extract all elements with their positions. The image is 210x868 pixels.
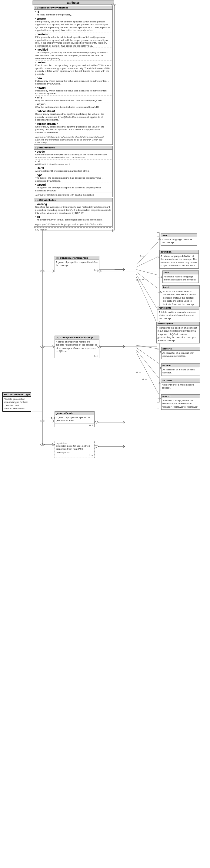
name-label-box: name A natural language name for the con… [160, 233, 197, 246]
prop-xmllang: · xmllang Specifies the language of this… [35, 202, 112, 215]
related-label-box: related A related concept, where the rel… [161, 394, 200, 410]
svg-line-11 [137, 274, 157, 310]
ConceptDefinitionGroup-multiplicity: 0..∞ [55, 268, 99, 272]
svg-line-9 [137, 270, 157, 275]
any-other-desc: Extension point for user-defined propert… [56, 444, 93, 454]
geoAreaDetails-box: geoAreaDetails A group of properties spe… [55, 411, 94, 427]
prop-why: · why Why the metadata has been included… [35, 96, 112, 103]
narrower-label-box: narrower An identifier of a more specifi… [160, 379, 200, 391]
prop-type: · type The type of the concept assigned … [35, 173, 112, 183]
svg-text:0..∞: 0..∞ [137, 371, 141, 374]
ConceptDefinitionGroup-header: grp ConceptDefinitionGroup [55, 256, 99, 260]
ConceptRelationshipsGroup-box: grp ConceptRelationshipsGroup A group of… [55, 336, 99, 358]
ConceptDefinitionGroup-body: A group of properties required to define… [55, 260, 99, 268]
ConceptDefinitionGroup-box: grp ConceptDefinitionGroup A group of pr… [55, 256, 99, 272]
prop-uri: · uri A URI which identifies a concept. [35, 160, 112, 166]
attributes-main-box: attributes grp commonPowerAttributes · i… [33, 1, 114, 233]
geoAreaDetails-body: A group of properties specific to geopol… [55, 415, 94, 424]
ConceptRelationshipsGroup-body: A group of properties required to indica… [55, 340, 99, 354]
class-body: Flexible geolocation area data type for … [3, 397, 31, 411]
svg-marker-21 [94, 445, 99, 447]
svg-line-16 [137, 348, 159, 364]
note-label-box: note Additional natural language informa… [162, 271, 199, 283]
svg-line-18 [137, 352, 159, 394]
svg-line-12 [137, 277, 157, 325]
svg-line-6 [137, 242, 157, 265]
commonPowerAttributes-header: grp commonPowerAttributes [34, 6, 113, 10]
prop-id: · id The local identifier of the propert… [35, 10, 112, 17]
definition-label-box: definition A natural language definition… [159, 250, 199, 269]
svg-text:0..∞: 0..∞ [143, 378, 147, 381]
any-other-main: any #other [34, 227, 113, 232]
svg-line-10 [137, 272, 157, 288]
prop-qcode: · qcode A concept identifier expressed a… [35, 150, 112, 160]
any-other-multiplicity: 0..∞ [56, 454, 93, 457]
prop-modified: · modified The date (and, optionally, th… [35, 48, 112, 61]
svg-rect-29 [157, 342, 159, 402]
prop-pubconstraint: · pubconstraint One or many constraints … [35, 109, 112, 122]
commonPowerAttributes-group: grp commonPowerAttributes · id The local… [34, 6, 113, 145]
ConceptRelationshipsGroup-multiplicity: 0..∞ [55, 354, 99, 358]
prop-creator: · creator If the property value is not d… [35, 17, 112, 32]
diagram-container: 0..∞ [0, 0, 210, 868]
geoAreaDetails-header: geoAreaDetails [55, 411, 94, 415]
svg-text:0..∞: 0..∞ [137, 279, 141, 281]
svg-marker-37 [40, 270, 45, 272]
svg-line-8 [137, 257, 157, 267]
i18nAttributes-header: grp i18nAttributes [34, 198, 113, 202]
class-header: FlexGeoAreaPropType [3, 393, 31, 397]
remoteInfo-label-box: remoteInfo A link to an item or a web re… [157, 306, 200, 321]
flexAttributes-group: grp flexAttributes · qcode A concept ide… [34, 146, 113, 197]
svg-marker-19 [94, 421, 99, 424]
svg-marker-39 [40, 346, 45, 348]
flexAttributes-header: grp flexAttributes [34, 146, 113, 150]
svg-marker-43 [40, 443, 45, 446]
prop-literal: · literal A concept identifier expressed… [35, 166, 112, 173]
hierarchyInfo-label-box: hierarchyInfo Represents the position of… [156, 322, 200, 343]
ConceptRelationshipsGroup-header: grp ConceptRelationshipsGroup [55, 336, 99, 340]
flexAttributes-note: A group of attributes associated with fl… [34, 193, 113, 197]
i18nAttributes-group: grp i18nAttributes · xmllang Specifies t… [34, 198, 113, 226]
prop-whyuri: · whyuri Why the metadata has been inclu… [35, 102, 112, 109]
sameAs-label-box: sameAs An identifier of a concept with e… [161, 347, 200, 359]
prop-dir: · dir The directionality of textual cont… [35, 215, 112, 222]
i18nAttributes-note: A group of attributes for language and s… [34, 222, 113, 226]
any-other-bottom-box: any #other Extension point for user-defi… [55, 441, 94, 458]
prop-howuri: · howuri Indicates by which means the va… [35, 86, 112, 96]
prop-custom: · custom If set to true the correspondin… [35, 61, 112, 76]
prop-pubconstrainturi: · pubconstrainturi One or many constrain… [35, 122, 112, 134]
broader-label-box: broader An identifier of a more generic … [161, 364, 200, 376]
svg-text:0..∞: 0..∞ [143, 278, 147, 281]
facet-label-box: facet In NctIt 3 and later, facet is dep… [162, 285, 200, 307]
svg-line-15 [137, 345, 159, 349]
commonPowerAttributes-note: A group of attributes for all elements o… [34, 135, 113, 145]
any-other-label: any #other [56, 442, 93, 444]
svg-marker-41 [40, 420, 45, 422]
svg-text:0..∞: 0..∞ [140, 255, 145, 257]
attributes-title: attributes [33, 1, 114, 5]
prop-typeuri: · typeuri The type of the concept assign… [35, 183, 112, 192]
geoAreaDetails-multiplicity: 0..1 [55, 424, 94, 427]
FlexGeoAreaPropType-class-box: FlexGeoAreaPropType Flexible geolocation… [2, 392, 31, 411]
prop-creatoruri: · creatoruri If the property value is no… [35, 32, 112, 48]
prop-how: · how Indicates by which means the value… [35, 76, 112, 86]
svg-line-17 [137, 350, 159, 378]
